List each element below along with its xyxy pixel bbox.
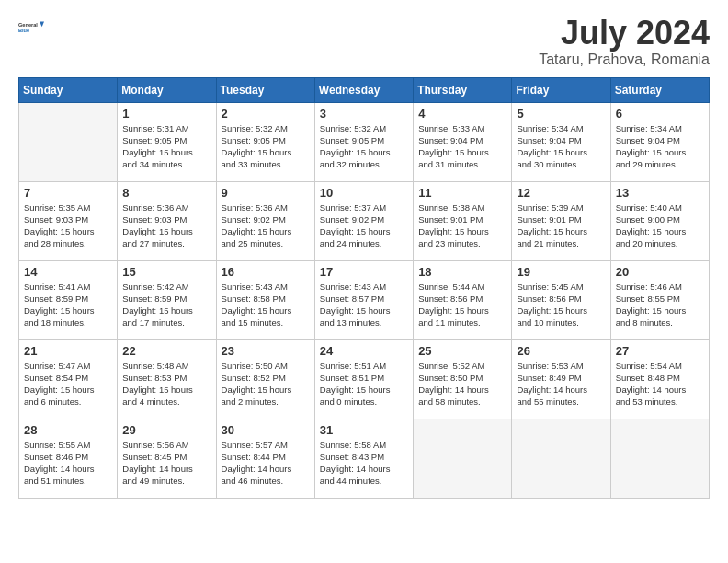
col-header-tuesday: Tuesday bbox=[216, 77, 314, 102]
day-cell: 21Sunrise: 5:47 AM Sunset: 8:54 PM Dayli… bbox=[19, 339, 118, 419]
day-cell bbox=[414, 419, 512, 498]
day-info: Sunrise: 5:47 AM Sunset: 8:54 PM Dayligh… bbox=[24, 360, 112, 408]
day-number: 18 bbox=[418, 265, 506, 279]
day-cell: 22Sunrise: 5:48 AM Sunset: 8:53 PM Dayli… bbox=[118, 339, 216, 419]
day-number: 30 bbox=[222, 423, 310, 437]
day-number: 7 bbox=[24, 186, 112, 200]
day-info: Sunrise: 5:39 AM Sunset: 9:01 PM Dayligh… bbox=[517, 201, 605, 250]
day-number: 6 bbox=[616, 107, 704, 121]
day-number: 8 bbox=[122, 186, 210, 200]
day-number: 13 bbox=[616, 186, 704, 200]
day-cell: 6Sunrise: 5:34 AM Sunset: 9:04 PM Daylig… bbox=[610, 102, 709, 181]
day-number: 12 bbox=[517, 186, 605, 200]
day-info: Sunrise: 5:34 AM Sunset: 9:04 PM Dayligh… bbox=[616, 122, 704, 171]
day-cell: 7Sunrise: 5:35 AM Sunset: 9:03 PM Daylig… bbox=[19, 181, 118, 260]
day-number: 17 bbox=[320, 265, 408, 279]
svg-text:Blue: Blue bbox=[18, 28, 29, 33]
week-row-1: 1Sunrise: 5:31 AM Sunset: 9:05 PM Daylig… bbox=[19, 102, 710, 181]
day-cell: 1Sunrise: 5:31 AM Sunset: 9:05 PM Daylig… bbox=[118, 102, 216, 181]
day-info: Sunrise: 5:45 AM Sunset: 8:56 PM Dayligh… bbox=[517, 281, 605, 329]
day-number: 2 bbox=[222, 107, 310, 121]
day-number: 28 bbox=[24, 423, 112, 437]
day-info: Sunrise: 5:52 AM Sunset: 8:50 PM Dayligh… bbox=[418, 360, 506, 408]
day-info: Sunrise: 5:32 AM Sunset: 9:05 PM Dayligh… bbox=[222, 122, 310, 171]
day-info: Sunrise: 5:56 AM Sunset: 8:45 PM Dayligh… bbox=[122, 439, 210, 488]
day-number: 19 bbox=[517, 265, 605, 279]
day-number: 20 bbox=[616, 265, 704, 279]
week-row-5: 28Sunrise: 5:55 AM Sunset: 8:46 PM Dayli… bbox=[19, 419, 710, 498]
day-number: 16 bbox=[222, 265, 310, 279]
col-header-thursday: Thursday bbox=[414, 77, 512, 102]
day-number: 10 bbox=[320, 186, 408, 200]
day-number: 11 bbox=[418, 186, 506, 200]
calendar-header-row: SundayMondayTuesdayWednesdayThursdayFrid… bbox=[19, 77, 710, 102]
col-header-saturday: Saturday bbox=[610, 77, 709, 102]
day-number: 26 bbox=[517, 344, 605, 358]
day-info: Sunrise: 5:37 AM Sunset: 9:02 PM Dayligh… bbox=[320, 201, 408, 250]
day-number: 22 bbox=[122, 344, 210, 358]
day-info: Sunrise: 5:41 AM Sunset: 8:59 PM Dayligh… bbox=[24, 281, 112, 329]
day-cell bbox=[610, 419, 709, 498]
day-info: Sunrise: 5:54 AM Sunset: 8:48 PM Dayligh… bbox=[616, 360, 704, 408]
day-cell: 18Sunrise: 5:44 AM Sunset: 8:56 PM Dayli… bbox=[414, 260, 512, 339]
day-cell: 24Sunrise: 5:51 AM Sunset: 8:51 PM Dayli… bbox=[314, 339, 413, 419]
day-cell bbox=[19, 102, 118, 181]
day-info: Sunrise: 5:38 AM Sunset: 9:01 PM Dayligh… bbox=[418, 201, 506, 250]
day-cell: 26Sunrise: 5:53 AM Sunset: 8:49 PM Dayli… bbox=[512, 339, 610, 419]
svg-text:General: General bbox=[18, 22, 38, 28]
day-cell: 17Sunrise: 5:43 AM Sunset: 8:57 PM Dayli… bbox=[314, 260, 413, 339]
page: GeneralBlue July 2024 Tataru, Prahova, R… bbox=[0, 0, 728, 563]
col-header-sunday: Sunday bbox=[19, 77, 118, 102]
day-cell: 3Sunrise: 5:32 AM Sunset: 9:05 PM Daylig… bbox=[314, 102, 413, 181]
day-number: 21 bbox=[24, 344, 112, 358]
logo: GeneralBlue bbox=[18, 15, 44, 40]
calendar-table: SundayMondayTuesdayWednesdayThursdayFrid… bbox=[18, 77, 710, 499]
day-info: Sunrise: 5:42 AM Sunset: 8:59 PM Dayligh… bbox=[122, 281, 210, 329]
day-cell: 9Sunrise: 5:36 AM Sunset: 9:02 PM Daylig… bbox=[216, 181, 314, 260]
day-cell: 4Sunrise: 5:33 AM Sunset: 9:04 PM Daylig… bbox=[414, 102, 512, 181]
day-info: Sunrise: 5:32 AM Sunset: 9:05 PM Dayligh… bbox=[320, 122, 408, 171]
day-number: 25 bbox=[418, 344, 506, 358]
day-info: Sunrise: 5:31 AM Sunset: 9:05 PM Dayligh… bbox=[122, 122, 210, 171]
day-cell: 19Sunrise: 5:45 AM Sunset: 8:56 PM Dayli… bbox=[512, 260, 610, 339]
col-header-monday: Monday bbox=[118, 77, 216, 102]
day-info: Sunrise: 5:57 AM Sunset: 8:44 PM Dayligh… bbox=[222, 439, 310, 488]
title-block: July 2024 Tataru, Prahova, Romania bbox=[539, 15, 710, 68]
day-info: Sunrise: 5:33 AM Sunset: 9:04 PM Dayligh… bbox=[418, 122, 506, 171]
week-row-3: 14Sunrise: 5:41 AM Sunset: 8:59 PM Dayli… bbox=[19, 260, 710, 339]
day-cell: 8Sunrise: 5:36 AM Sunset: 9:03 PM Daylig… bbox=[118, 181, 216, 260]
week-row-4: 21Sunrise: 5:47 AM Sunset: 8:54 PM Dayli… bbox=[19, 339, 710, 419]
day-info: Sunrise: 5:36 AM Sunset: 9:02 PM Dayligh… bbox=[222, 201, 310, 250]
day-info: Sunrise: 5:44 AM Sunset: 8:56 PM Dayligh… bbox=[418, 281, 506, 329]
week-row-2: 7Sunrise: 5:35 AM Sunset: 9:03 PM Daylig… bbox=[19, 181, 710, 260]
col-header-wednesday: Wednesday bbox=[314, 77, 413, 102]
calendar-title: July 2024 bbox=[539, 15, 710, 52]
day-number: 4 bbox=[418, 107, 506, 121]
day-number: 29 bbox=[122, 423, 210, 437]
day-info: Sunrise: 5:35 AM Sunset: 9:03 PM Dayligh… bbox=[24, 201, 112, 250]
day-info: Sunrise: 5:40 AM Sunset: 9:00 PM Dayligh… bbox=[616, 201, 704, 250]
day-info: Sunrise: 5:46 AM Sunset: 8:55 PM Dayligh… bbox=[616, 281, 704, 329]
day-cell: 13Sunrise: 5:40 AM Sunset: 9:00 PM Dayli… bbox=[610, 181, 709, 260]
day-info: Sunrise: 5:53 AM Sunset: 8:49 PM Dayligh… bbox=[517, 360, 605, 408]
day-info: Sunrise: 5:48 AM Sunset: 8:53 PM Dayligh… bbox=[122, 360, 210, 408]
day-cell: 12Sunrise: 5:39 AM Sunset: 9:01 PM Dayli… bbox=[512, 181, 610, 260]
day-cell: 29Sunrise: 5:56 AM Sunset: 8:45 PM Dayli… bbox=[118, 419, 216, 498]
day-number: 24 bbox=[320, 344, 408, 358]
day-cell: 28Sunrise: 5:55 AM Sunset: 8:46 PM Dayli… bbox=[19, 419, 118, 498]
day-info: Sunrise: 5:43 AM Sunset: 8:57 PM Dayligh… bbox=[320, 281, 408, 329]
day-cell: 27Sunrise: 5:54 AM Sunset: 8:48 PM Dayli… bbox=[610, 339, 709, 419]
day-info: Sunrise: 5:51 AM Sunset: 8:51 PM Dayligh… bbox=[320, 360, 408, 408]
day-info: Sunrise: 5:58 AM Sunset: 8:43 PM Dayligh… bbox=[320, 439, 408, 488]
day-number: 15 bbox=[122, 265, 210, 279]
day-number: 27 bbox=[616, 344, 704, 358]
logo-icon: GeneralBlue bbox=[18, 15, 44, 40]
calendar-subtitle: Tataru, Prahova, Romania bbox=[539, 52, 710, 68]
day-cell: 15Sunrise: 5:42 AM Sunset: 8:59 PM Dayli… bbox=[118, 260, 216, 339]
day-cell bbox=[512, 419, 610, 498]
day-cell: 14Sunrise: 5:41 AM Sunset: 8:59 PM Dayli… bbox=[19, 260, 118, 339]
svg-marker-2 bbox=[40, 22, 44, 28]
day-info: Sunrise: 5:34 AM Sunset: 9:04 PM Dayligh… bbox=[517, 122, 605, 171]
day-cell: 20Sunrise: 5:46 AM Sunset: 8:55 PM Dayli… bbox=[610, 260, 709, 339]
day-number: 5 bbox=[517, 107, 605, 121]
